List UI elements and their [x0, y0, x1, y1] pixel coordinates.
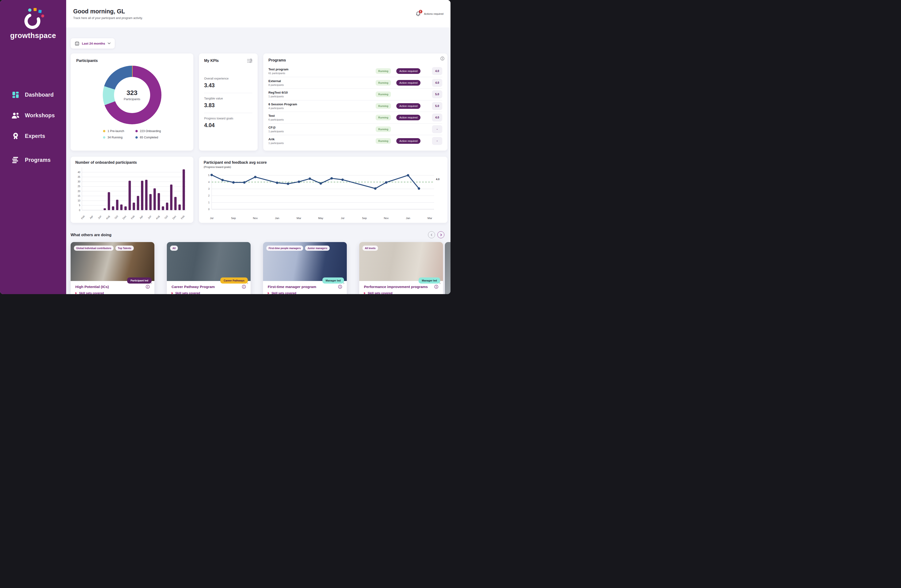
onboarded-bar-chart: 0510152025303540FebAprJunAugOctDecFebApr… [75, 165, 189, 223]
card-tag: Global Individual contributors [74, 246, 114, 251]
card-photo: Global Individual contributorsTop Talent… [71, 242, 154, 281]
feedback-line-chart: 0123454.0JulSepNovJanMarMayJulSepNovJanM… [204, 168, 443, 221]
program-cards-carousel: Global Individual contributorsTop Talent… [71, 242, 450, 294]
sidebar-item-experts[interactable]: Experts [11, 132, 66, 140]
program-name: RegTest 6/10 [268, 91, 376, 94]
action-required-badge: Action required [396, 68, 421, 74]
legend-item: 34 Running [103, 136, 124, 139]
score-badge: - [432, 125, 442, 133]
program-name: Arik [268, 137, 376, 141]
program-table-row[interactable]: Test 6 participants Running Action requi… [268, 112, 442, 124]
actions-required-button[interactable]: 5 Actions required [415, 11, 443, 17]
svg-text:Feb: Feb [81, 215, 86, 220]
score-badge: 5.0 [432, 90, 442, 98]
kpi-label: Tangible value [204, 97, 253, 100]
info-icon[interactable] [338, 285, 342, 289]
card-tags: Global Individual contributorsTop Talent… [74, 246, 134, 251]
line-chart-subtitle: (Progress toward goals) [204, 166, 443, 168]
svg-text:Feb: Feb [130, 215, 135, 220]
card-title: Performance improvement programs [364, 284, 428, 289]
caret-right-icon [171, 292, 173, 294]
score-badge: 5.0 [432, 102, 442, 110]
program-suggestion-card[interactable]: First-time people managersJunior manager… [263, 242, 347, 294]
sidebar-item-dashboard[interactable]: Dashboard [11, 91, 66, 98]
participants-total-label: Participants [124, 97, 140, 101]
svg-text:Jan: Jan [275, 217, 279, 219]
program-participants: 1 participants [268, 130, 376, 133]
card-tags: All levels [363, 246, 378, 251]
program-table-row[interactable]: 6 Session Program 4 participants Running… [268, 100, 442, 112]
kpis-card: My KPIs Overall experience 3.43 Tangible… [199, 53, 258, 151]
logo-wordmark: growthspace [10, 31, 56, 40]
card-led-badge: Participant led [127, 277, 151, 283]
programs-info-icon[interactable] [440, 56, 444, 61]
svg-text:Aug: Aug [155, 215, 160, 220]
svg-text:Oct: Oct [114, 215, 118, 219]
program-suggestion-card[interactable]: Global Individual contributorsTop Talent… [71, 242, 154, 294]
kpi-value: 3.43 [204, 82, 253, 89]
legend-dot [136, 130, 138, 132]
legend-label: 223 Onboarding [140, 129, 161, 133]
card-scroll-hint-icon [247, 282, 248, 284]
score-badge: 4.0 [432, 67, 442, 75]
score-badge: - [432, 137, 442, 145]
program-table-row[interactable]: RegTest 6/10 1 participants Running 5.0 [268, 89, 442, 100]
svg-text:Nov: Nov [253, 217, 258, 219]
main-area: Good morning, GL Track here all of your … [66, 0, 450, 294]
carousel-prev-button[interactable] [428, 231, 435, 238]
program-table-row[interactable]: Test program 61 participants Running Act… [268, 65, 442, 77]
card-tag: First-time people managers [266, 246, 303, 251]
status-badge: Running [376, 92, 391, 97]
card-tag: Junior managers [305, 246, 330, 251]
chevron-right-icon [440, 233, 442, 236]
sidebar-item-label: Programs [25, 157, 51, 163]
legend-dot [103, 136, 105, 138]
svg-text:4: 4 [208, 181, 209, 184]
legend-label: 1 Pre-launch [108, 129, 124, 133]
svg-text:40: 40 [78, 171, 81, 174]
svg-text:Jul: Jul [210, 217, 214, 219]
date-range-filter[interactable]: Last 24 months [71, 38, 115, 48]
info-icon[interactable] [434, 285, 438, 289]
program-suggestion-card[interactable]: All levels Manager led Performance impro… [359, 242, 443, 294]
card-led-badge: Manager led [419, 277, 440, 283]
card-scroll-hint-icon [343, 282, 344, 284]
card-photo: First-time people managersJunior manager… [263, 242, 347, 281]
growthspace-logo-icon [21, 7, 45, 31]
program-name: CF@ [268, 126, 376, 129]
svg-text:0: 0 [79, 209, 80, 212]
program-suggestion-card[interactable]: All Career Pathways Career Pathway Progr… [167, 242, 251, 294]
caret-right-icon [364, 292, 366, 294]
card-scroll-hint-icon [151, 282, 152, 284]
program-table-row[interactable]: Arik 1 participants Running Action requi… [268, 135, 442, 147]
info-icon[interactable] [242, 285, 246, 289]
svg-text:25: 25 [78, 185, 81, 188]
feedback-line-chart-card: Participant end feedback avg score (Prog… [199, 157, 447, 223]
next-card-peek [445, 242, 450, 294]
calendar-icon [75, 41, 79, 46]
program-table-row[interactable]: CF@ 1 participants Running - [268, 124, 442, 135]
svg-text:5: 5 [79, 204, 80, 207]
info-icon[interactable] [146, 285, 150, 289]
sidebar-item-programs[interactable]: Programs [11, 156, 66, 164]
participants-donut-chart: 323 Participants [103, 66, 161, 124]
carousel-next-button[interactable] [437, 231, 444, 238]
kpi-item: Progress toward goals 4.04 [204, 113, 253, 133]
kpi-settings-icon[interactable] [247, 59, 253, 63]
participants-card-title: Participants [76, 59, 188, 63]
program-participants: 1 participants [268, 142, 376, 145]
svg-text:Dec: Dec [122, 215, 127, 220]
skill-sets-label: Skill sets covered [79, 291, 104, 294]
sidebar-item-workshops[interactable]: Workshops [11, 112, 66, 119]
logo: growthspace [0, 7, 66, 40]
donut-legend: 1 Pre-launch 223 Onboarding 34 Running 6… [76, 129, 188, 139]
program-participants: 6 participants [268, 118, 376, 121]
legend-item: 223 Onboarding [136, 129, 161, 133]
topbar: Good morning, GL Track here all of your … [66, 0, 450, 28]
program-table-row[interactable]: External 8 participants Running Action r… [268, 77, 442, 89]
people-icon [11, 112, 20, 119]
svg-text:Feb: Feb [180, 215, 185, 220]
svg-text:5: 5 [208, 174, 209, 177]
page-subtitle: Track here all of your participant and p… [73, 16, 143, 20]
skill-sets-label: Skill sets covered [271, 291, 296, 294]
